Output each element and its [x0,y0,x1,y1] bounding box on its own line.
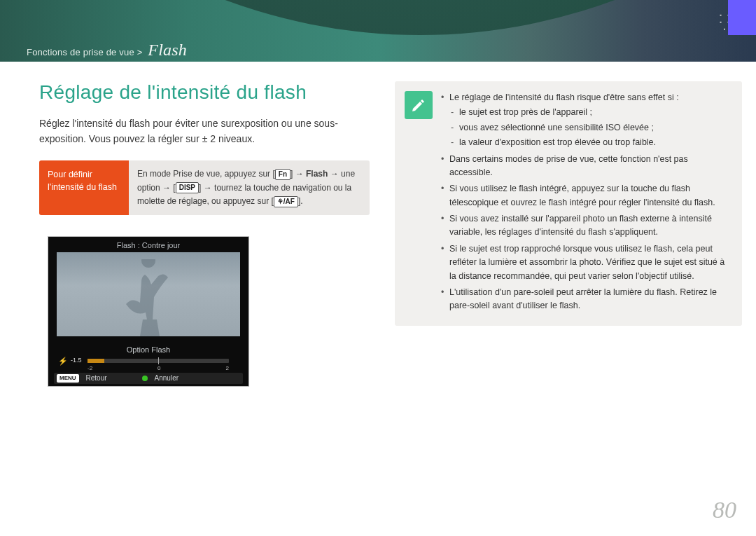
disp-key-icon: DISP [176,182,199,193]
lcd-ev-center-tick [158,357,159,364]
instruction-body: En mode Prise de vue, appuyez sur [Fn] →… [129,160,370,215]
note-item: Si le sujet est trop rapproché lorsque v… [441,242,732,283]
tick-right: 2 [226,365,229,371]
note-sublist: le sujet est trop près de l'appareil ; v… [449,106,732,149]
instruction-box: Pour définir l'intensité du flash En mod… [39,160,370,215]
note-sub-item: la valeur d'exposition est trop élevée o… [449,136,732,149]
breadcrumb-prefix: Fonctions de prise de vue > [27,47,142,57]
instruction-bold-flash: Flash [306,169,328,179]
lcd-ev-fill [88,359,104,363]
af-key-icon: ⚘/AF [274,196,298,207]
note-pencil-icon [405,91,433,119]
page-header: · · ·· · · · · Fonctions de prise de vue… [0,0,756,62]
content-area: Réglage de l'intensité du flash Réglez l… [0,62,756,387]
left-column: Réglage de l'intensité du flash Réglez l… [39,81,370,387]
instruction-label: Pour définir l'intensité du flash [39,160,129,215]
note-list: Le réglage de l'intensité du flash risqu… [441,91,732,316]
tick-mid: 0 [158,365,160,371]
instruction-text-2: ] → [290,169,306,179]
lcd-back-label: Retour [86,374,107,382]
silhouette-icon [117,259,180,336]
note-item: L'utilisation d'un pare-soleil peut arrê… [441,286,732,313]
note-sub-item: le sujet est trop près de l'appareil ; [449,106,732,119]
note-item: Le réglage de l'intensité du flash risqu… [441,91,732,150]
lcd-cancel-label: Annuler [155,374,178,382]
lcd-option-label: Option Flash [48,345,248,354]
camera-lcd-preview: Flash : Contre jour Option Flash ⚡ -1.5 … [48,236,249,387]
page-number: 80 [713,497,736,523]
fn-key-icon: Fn [275,169,290,180]
lcd-mode-title: Flash : Contre jour [48,241,248,249]
menu-key-icon: MENU [57,374,79,383]
header-accent [728,0,756,35]
note-text: Le réglage de l'intensité du flash risqu… [449,92,679,102]
section-title: Réglage de l'intensité du flash [39,81,370,104]
note-item: Dans certains modes de prise de vue, cet… [441,153,732,180]
right-column: Le réglage de l'intensité du flash risqu… [395,81,742,387]
instruction-text-5: ]. [298,196,303,206]
lcd-scale: ⚡ -1.5 -2 0 2 [61,357,236,371]
header-decor-curve [0,0,756,35]
note-item: Si vous avez installé sur l'appareil pho… [441,212,732,240]
breadcrumb-section: Flash [148,41,187,59]
lcd-scene [57,252,240,336]
lcd-ev-bar [88,359,229,363]
dot-indicator-icon [142,376,148,381]
note-box: Le réglage de l'intensité du flash risqu… [395,81,742,326]
lcd-ev-value: -1.5 [71,357,82,364]
tick-left: -2 [88,365,92,371]
lcd-footer: MENU Retour Annuler [54,373,243,384]
breadcrumb: Fonctions de prise de vue > Flash [27,41,187,60]
intro-paragraph: Réglez l'intensité du flash pour éviter … [39,116,370,146]
note-item: Si vous utilisez le flash intégré, appuy… [441,182,732,209]
instruction-text-1: En mode Prise de vue, appuyez sur [ [137,169,275,179]
lcd-ev-ticks: -2 0 2 [88,365,229,371]
flash-icon: ⚡ [58,357,68,366]
note-sub-item: vous avez sélectionné une sensibilité IS… [449,121,732,135]
